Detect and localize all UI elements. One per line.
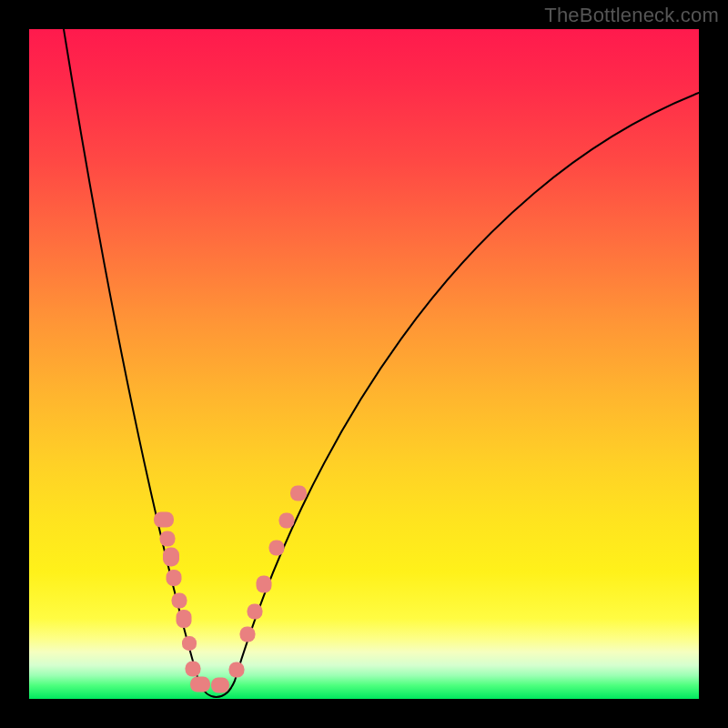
marker-curve-dots-4 xyxy=(172,593,187,609)
watermark-text: TheBottleneck.com xyxy=(544,4,719,27)
curve-layer xyxy=(29,29,699,699)
gradient-plot-area xyxy=(29,29,699,699)
marker-curve-dots-8 xyxy=(190,677,210,693)
marker-curve-dots-11 xyxy=(240,627,256,642)
marker-curve-dots-6 xyxy=(182,636,197,651)
marker-curve-dots-13 xyxy=(257,576,272,593)
marker-curve-dots-9 xyxy=(211,678,229,693)
marker-group xyxy=(154,486,307,693)
marker-curve-dots-10 xyxy=(229,662,245,678)
marker-curve-dots-14 xyxy=(269,541,285,556)
marker-curve-dots-5 xyxy=(177,610,192,628)
series-bottleneck-curve xyxy=(64,29,699,697)
marker-curve-dots-7 xyxy=(186,662,201,677)
marker-curve-dots-12 xyxy=(248,604,263,620)
marker-curve-dots-16 xyxy=(290,486,307,501)
marker-curve-dots-3 xyxy=(167,570,182,586)
marker-curve-dots-0 xyxy=(154,512,174,528)
chart-frame: TheBottleneck.com xyxy=(0,0,728,728)
marker-curve-dots-15 xyxy=(279,513,295,529)
series-group xyxy=(64,29,699,697)
marker-curve-dots-1 xyxy=(160,531,176,547)
marker-curve-dots-2 xyxy=(163,548,179,567)
